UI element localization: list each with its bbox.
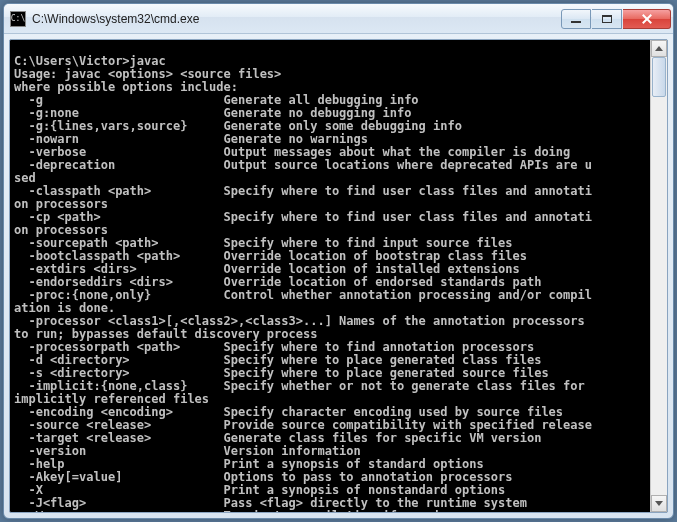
maximize-button[interactable] (592, 9, 622, 29)
minimize-button[interactable] (561, 9, 591, 29)
scroll-up-button[interactable] (651, 40, 667, 57)
command-text: javac (130, 54, 166, 68)
close-icon (641, 13, 653, 25)
maximize-icon (602, 15, 612, 23)
cmd-window: C:\ C:\Windows\system32\cmd.exe C:\Users… (3, 3, 674, 519)
chevron-down-icon (655, 501, 663, 506)
vertical-scrollbar[interactable] (650, 40, 667, 512)
output-line: -Werror Terminate compilation if warning… (14, 510, 646, 512)
output-line: -deprecation Output source locations whe… (14, 159, 646, 172)
cmd-icon: C:\ (10, 11, 26, 27)
chevron-up-icon (655, 46, 663, 51)
prompt: C:\Users\Victor> (14, 54, 130, 68)
scroll-down-button[interactable] (651, 495, 667, 512)
close-button[interactable] (623, 9, 671, 29)
titlebar[interactable]: C:\ C:\Windows\system32\cmd.exe (4, 4, 673, 34)
window-controls (561, 9, 671, 29)
output-line: -cp <path> Specify where to find user cl… (14, 211, 646, 224)
scroll-track[interactable] (651, 57, 667, 495)
terminal-output[interactable]: C:\Users\Victor>javacUsage: javac <optio… (10, 40, 650, 512)
minimize-icon (571, 21, 581, 23)
client-area: C:\Users\Victor>javacUsage: javac <optio… (9, 39, 668, 513)
window-title: C:\Windows\system32\cmd.exe (32, 12, 561, 26)
output-line: -classpath <path> Specify where to find … (14, 185, 646, 198)
scroll-thumb[interactable] (652, 57, 666, 97)
